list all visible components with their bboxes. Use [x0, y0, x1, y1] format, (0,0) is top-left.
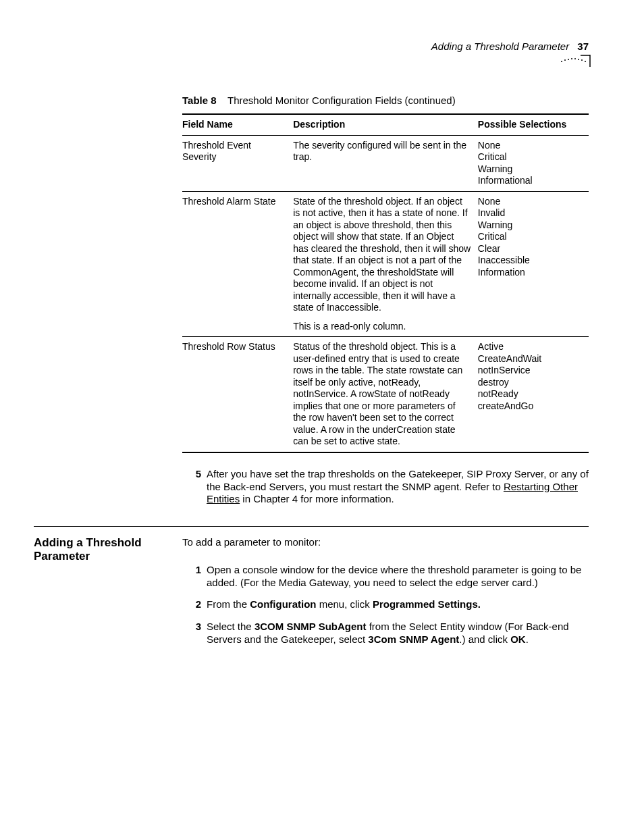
- step-text: Open a console window for the device whe…: [207, 564, 589, 590]
- th-sel: Possible Selections: [478, 114, 589, 135]
- svg-point-2: [561, 61, 562, 62]
- step-item: 2From the Configuration menu, click Prog…: [182, 598, 589, 611]
- section-heading: Adding a Threshold Parameter: [34, 536, 169, 564]
- step-text: From the Configuration menu, click Progr…: [207, 598, 589, 611]
- table-caption: Table 8 Threshold Monitor Configuration …: [182, 95, 589, 107]
- svg-point-7: [578, 59, 579, 60]
- corner-decoration: [34, 55, 591, 70]
- config-table: Field Name Description Possible Selectio…: [182, 113, 589, 453]
- cell-desc: The severity configured will be sent in …: [293, 135, 478, 191]
- step-number: 1: [182, 564, 207, 590]
- svg-point-8: [581, 59, 583, 61]
- cell-field: Threshold Alarm State: [182, 191, 293, 337]
- svg-point-3: [564, 59, 566, 61]
- page-number: 37: [577, 41, 589, 52]
- table-row: Threshold Alarm StateState of the thresh…: [182, 191, 589, 337]
- running-header: Adding a Threshold Parameter 37: [34, 41, 589, 53]
- step-number: 2: [182, 598, 207, 611]
- cell-selections: NoneInvalidWarningCriticalClearInaccessi…: [478, 191, 589, 337]
- table-row: Threshold Event SeverityThe severity con…: [182, 135, 589, 191]
- cell-field: Threshold Event Severity: [182, 135, 293, 191]
- section: Adding a Threshold Parameter To add a pa…: [182, 536, 589, 646]
- table-row: Threshold Row StatusStatus of the thresh…: [182, 337, 589, 452]
- th-field: Field Name: [182, 114, 293, 135]
- cell-selections: NoneCriticalWarningInformational: [478, 135, 589, 191]
- table-number: Table 8: [182, 95, 217, 106]
- cell-desc: Status of the threshold object. This is …: [293, 337, 478, 452]
- cell-desc-sub: This is a read-only column.: [293, 321, 471, 333]
- th-desc: Description: [293, 114, 478, 135]
- table-title: Threshold Monitor Configuration Fields (…: [227, 95, 456, 106]
- header-title: Adding a Threshold Parameter: [431, 41, 569, 52]
- content-column: Table 8 Threshold Monitor Configuration …: [182, 95, 589, 646]
- svg-point-9: [585, 61, 586, 62]
- section-intro: To add a parameter to monitor:: [182, 536, 589, 549]
- cell-desc: State of the threshold object. If an obj…: [293, 191, 478, 337]
- step-item: 3Select the 3COM SNMP SubAgent from the …: [182, 621, 589, 646]
- cell-selections: ActiveCreateAndWaitnotInServicedestroyno…: [478, 337, 589, 452]
- step-text: Select the 3COM SNMP SubAgent from the S…: [207, 621, 589, 646]
- step-text: After you have set the trap thresholds o…: [207, 468, 589, 506]
- svg-point-5: [571, 58, 572, 59]
- section-rule: [34, 526, 589, 527]
- svg-point-4: [568, 59, 569, 60]
- cell-field: Threshold Row Status: [182, 337, 293, 452]
- step-item: 1Open a console window for the device wh…: [182, 564, 589, 590]
- procedure-steps: 1Open a console window for the device wh…: [182, 564, 589, 646]
- page: Adding a Threshold Parameter 37 Table 8 …: [0, 0, 644, 834]
- step-number: 3: [182, 621, 207, 646]
- continuation-step: 5 After you have set the trap thresholds…: [182, 468, 589, 506]
- svg-point-6: [574, 58, 576, 59]
- step-number: 5: [182, 468, 207, 506]
